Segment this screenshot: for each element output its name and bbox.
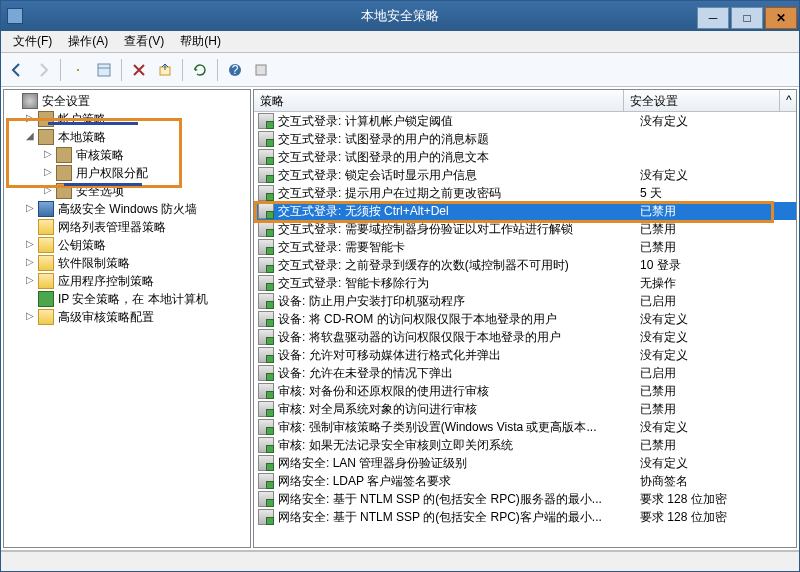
gear-icon — [22, 93, 38, 109]
properties-button[interactable] — [92, 58, 116, 82]
policy-row[interactable]: 交互式登录: 需要智能卡已禁用 — [254, 238, 796, 256]
tree-item[interactable]: ▷高级安全 Windows 防火墙 — [4, 200, 250, 218]
policy-name: 交互式登录: 试图登录的用户的消息文本 — [278, 149, 640, 166]
policy-icon — [258, 203, 274, 219]
policy-row[interactable]: 交互式登录: 试图登录的用户的消息文本 — [254, 148, 796, 166]
policy-row[interactable]: 交互式登录: 计算机帐户锁定阈值没有定义 — [254, 112, 796, 130]
policy-setting: 无操作 — [640, 275, 796, 292]
policy-name: 交互式登录: 锁定会话时显示用户信息 — [278, 167, 640, 184]
column-policy[interactable]: 策略 — [254, 90, 624, 111]
policy-setting: 已禁用 — [640, 383, 796, 400]
refresh-button[interactable] — [188, 58, 212, 82]
expander-icon[interactable]: ▷ — [24, 275, 36, 287]
book-icon — [38, 111, 54, 127]
policy-icon — [258, 275, 274, 291]
column-setting[interactable]: 安全设置 — [624, 90, 780, 111]
tree-pane[interactable]: 安全设置 ▷帐户策略◢本地策略▷审核策略▷用户权限分配▷安全选项▷高级安全 Wi… — [3, 89, 251, 548]
svg-rect-0 — [98, 64, 110, 76]
policy-row[interactable]: 交互式登录: 试图登录的用户的消息标题 — [254, 130, 796, 148]
tree-item[interactable]: ▷审核策略 — [4, 146, 250, 164]
policy-setting: 10 登录 — [640, 257, 796, 274]
tree-item[interactable]: ▷公钥策略 — [4, 236, 250, 254]
policy-setting: 已禁用 — [640, 239, 796, 256]
tree-item[interactable]: ◢本地策略 — [4, 128, 250, 146]
help-button[interactable]: ? — [223, 58, 247, 82]
close-button[interactable]: ✕ — [765, 7, 797, 29]
policy-setting: 要求 128 位加密 — [640, 491, 796, 508]
policy-row[interactable]: 网络安全: LAN 管理器身份验证级别没有定义 — [254, 454, 796, 472]
policy-row[interactable]: 设备: 将 CD-ROM 的访问权限仅限于本地登录的用户没有定义 — [254, 310, 796, 328]
expander-icon[interactable]: ◢ — [24, 131, 36, 143]
policy-icon — [258, 113, 274, 129]
policy-name: 交互式登录: 计算机帐户锁定阈值 — [278, 113, 640, 130]
expander-icon[interactable]: ▷ — [24, 257, 36, 269]
policy-row[interactable]: 网络安全: 基于 NTLM SSP 的(包括安全 RPC)客户端的最小...要求… — [254, 508, 796, 526]
expander-icon[interactable]: ▷ — [24, 311, 36, 323]
menu-help[interactable]: 帮助(H) — [172, 31, 229, 52]
expander-icon[interactable]: ▷ — [24, 203, 36, 215]
tree-item[interactable]: ▷用户权限分配 — [4, 164, 250, 182]
policy-row[interactable]: 设备: 允许在未登录的情况下弹出已启用 — [254, 364, 796, 382]
menu-action[interactable]: 操作(A) — [60, 31, 116, 52]
tree-item[interactable]: ▷软件限制策略 — [4, 254, 250, 272]
policy-setting: 没有定义 — [640, 113, 796, 130]
expander-icon[interactable] — [24, 293, 36, 305]
policy-setting: 已禁用 — [640, 221, 796, 238]
policy-row[interactable]: 设备: 防止用户安装打印机驱动程序已启用 — [254, 292, 796, 310]
policy-row[interactable]: 审核: 对全局系统对象的访问进行审核已禁用 — [254, 400, 796, 418]
delete-button[interactable] — [127, 58, 151, 82]
policy-name: 网络安全: LAN 管理器身份验证级别 — [278, 455, 640, 472]
policy-name: 交互式登录: 智能卡移除行为 — [278, 275, 640, 292]
policy-row[interactable]: 交互式登录: 锁定会话时显示用户信息没有定义 — [254, 166, 796, 184]
policy-icon — [258, 473, 274, 489]
policy-list[interactable]: 交互式登录: 计算机帐户锁定阈值没有定义交互式登录: 试图登录的用户的消息标题交… — [254, 112, 796, 547]
policy-row[interactable]: 网络安全: 基于 NTLM SSP 的(包括安全 RPC)服务器的最小...要求… — [254, 490, 796, 508]
show-hide-tree-button[interactable] — [66, 58, 90, 82]
folder-icon — [38, 237, 54, 253]
policy-row[interactable]: 设备: 将软盘驱动器的访问权限仅限于本地登录的用户没有定义 — [254, 328, 796, 346]
policy-row[interactable]: 交互式登录: 之前登录到缓存的次数(域控制器不可用时)10 登录 — [254, 256, 796, 274]
column-headers: 策略 安全设置 ^ — [254, 90, 796, 112]
tree-item[interactable]: ▷安全选项 — [4, 182, 250, 200]
policy-name: 审核: 对全局系统对象的访问进行审核 — [278, 401, 640, 418]
expander-icon[interactable] — [24, 221, 36, 233]
policy-icon — [258, 491, 274, 507]
policy-name: 设备: 允许在未登录的情况下弹出 — [278, 365, 640, 382]
expander-icon[interactable]: ▷ — [42, 185, 54, 197]
tree-item[interactable]: 网络列表管理器策略 — [4, 218, 250, 236]
menu-file[interactable]: 文件(F) — [5, 31, 60, 52]
policy-row[interactable]: 审核: 如果无法记录安全审核则立即关闭系统已禁用 — [254, 436, 796, 454]
expander-icon[interactable]: ▷ — [24, 113, 36, 125]
security-policy-window: 本地安全策略 ─ □ ✕ 文件(F) 操作(A) 查看(V) 帮助(H) ? — [0, 0, 800, 572]
action-button[interactable] — [249, 58, 273, 82]
expander-icon[interactable]: ▷ — [24, 239, 36, 251]
policy-name: 网络安全: 基于 NTLM SSP 的(包括安全 RPC)客户端的最小... — [278, 509, 640, 526]
policy-icon — [258, 383, 274, 399]
expander-icon[interactable]: ▷ — [42, 149, 54, 161]
policy-setting: 已禁用 — [640, 437, 796, 454]
tree-item[interactable]: ▷应用程序控制策略 — [4, 272, 250, 290]
expander-icon[interactable]: ▷ — [42, 167, 54, 179]
forward-button[interactable] — [31, 58, 55, 82]
policy-row[interactable]: 审核: 对备份和还原权限的使用进行审核已禁用 — [254, 382, 796, 400]
menu-view[interactable]: 查看(V) — [116, 31, 172, 52]
tree-root[interactable]: 安全设置 — [4, 92, 250, 110]
export-button[interactable] — [153, 58, 177, 82]
policy-row[interactable]: 交互式登录: 智能卡移除行为无操作 — [254, 274, 796, 292]
tree-item[interactable]: ▷帐户策略 — [4, 110, 250, 128]
policy-name: 交互式登录: 无须按 Ctrl+Alt+Del — [278, 203, 640, 220]
policy-row[interactable]: 设备: 允许对可移动媒体进行格式化并弹出没有定义 — [254, 346, 796, 364]
tree-item[interactable]: IP 安全策略，在 本地计算机 — [4, 290, 250, 308]
policy-icon — [258, 311, 274, 327]
maximize-button[interactable]: □ — [731, 7, 763, 29]
policy-row[interactable]: 网络安全: LDAP 客户端签名要求协商签名 — [254, 472, 796, 490]
policy-row[interactable]: 审核: 强制审核策略子类别设置(Windows Vista 或更高版本...没有… — [254, 418, 796, 436]
policy-row[interactable]: 交互式登录: 无须按 Ctrl+Alt+Del已禁用 — [254, 202, 796, 220]
minimize-button[interactable]: ─ — [697, 7, 729, 29]
policy-name: 网络安全: LDAP 客户端签名要求 — [278, 473, 640, 490]
policy-row[interactable]: 交互式登录: 提示用户在过期之前更改密码5 天 — [254, 184, 796, 202]
policy-row[interactable]: 交互式登录: 需要域控制器身份验证以对工作站进行解锁已禁用 — [254, 220, 796, 238]
back-button[interactable] — [5, 58, 29, 82]
tree-item-label: 帐户策略 — [58, 111, 106, 128]
tree-item[interactable]: ▷高级审核策略配置 — [4, 308, 250, 326]
